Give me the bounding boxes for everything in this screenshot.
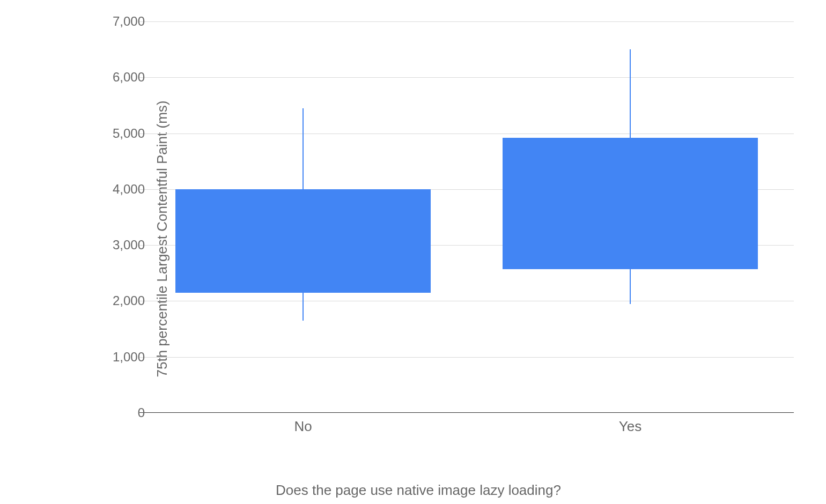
y-tick-label: 2,000 — [102, 293, 145, 308]
whisker-high — [303, 108, 304, 189]
whisker-low — [630, 269, 631, 304]
y-tick-label: 7,000 — [102, 14, 145, 29]
plot-area — [139, 21, 794, 413]
box — [503, 138, 758, 269]
box — [175, 189, 431, 293]
gridline — [139, 77, 794, 78]
y-tick-label: 0 — [102, 405, 145, 420]
x-axis-label: Does the page use native image lazy load… — [276, 482, 561, 499]
x-tick-label: Yes — [619, 418, 641, 435]
gridline — [139, 357, 794, 358]
chart-container: 75th percentile Largest Contentful Paint… — [32, 21, 805, 493]
x-axis-line — [139, 412, 794, 413]
y-tick-label: 5,000 — [102, 126, 145, 141]
whisker-low — [303, 293, 304, 321]
x-tick-label: No — [294, 418, 312, 435]
gridline — [139, 301, 794, 301]
y-tick-label: 6,000 — [102, 70, 145, 85]
whisker-high — [630, 49, 631, 138]
gridline — [139, 21, 794, 22]
y-tick-label: 1,000 — [102, 350, 145, 365]
y-tick-label: 3,000 — [102, 238, 145, 253]
gridline — [139, 134, 794, 134]
y-tick-label: 4,000 — [102, 182, 145, 197]
